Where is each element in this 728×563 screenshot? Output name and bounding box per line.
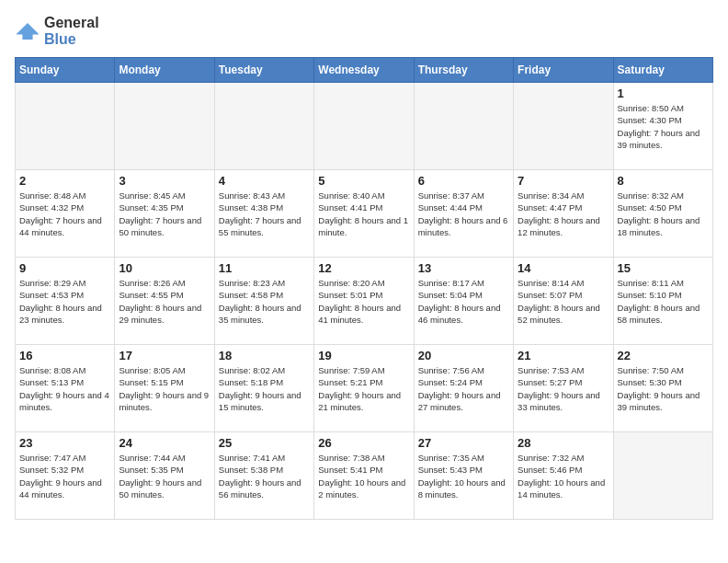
day-number: 17 xyxy=(119,349,210,362)
day-number: 21 xyxy=(518,349,609,362)
day-number: 23 xyxy=(19,436,110,450)
day-number: 5 xyxy=(318,174,409,188)
calendar-cell xyxy=(214,83,313,170)
header: General Blue xyxy=(15,15,713,48)
calendar-cell: 16Sunrise: 8:08 AM Sunset: 5:13 PM Dayli… xyxy=(16,345,115,432)
calendar-cell: 9Sunrise: 8:29 AM Sunset: 4:53 PM Daylig… xyxy=(16,258,115,345)
calendar-week-row: 9Sunrise: 8:29 AM Sunset: 4:53 PM Daylig… xyxy=(16,258,713,345)
calendar-cell: 25Sunrise: 7:41 AM Sunset: 5:38 PM Dayli… xyxy=(214,432,313,520)
calendar-cell: 15Sunrise: 8:11 AM Sunset: 5:10 PM Dayli… xyxy=(613,258,712,345)
calendar-cell: 7Sunrise: 8:34 AM Sunset: 4:47 PM Daylig… xyxy=(514,170,613,258)
day-number: 26 xyxy=(318,436,409,450)
calendar-cell: 23Sunrise: 7:47 AM Sunset: 5:32 PM Dayli… xyxy=(16,432,115,520)
calendar-cell xyxy=(314,83,414,170)
day-number: 14 xyxy=(518,261,609,275)
calendar-cell: 21Sunrise: 7:53 AM Sunset: 5:27 PM Dayli… xyxy=(514,345,613,432)
calendar-cell: 1Sunrise: 8:50 AM Sunset: 4:30 PM Daylig… xyxy=(613,83,712,170)
calendar-cell xyxy=(414,83,513,170)
day-number: 8 xyxy=(618,174,709,188)
weekday-header: Wednesday xyxy=(314,58,414,83)
day-number: 22 xyxy=(618,349,709,362)
calendar-cell xyxy=(613,432,712,520)
day-info: Sunrise: 8:43 AM Sunset: 4:38 PM Dayligh… xyxy=(219,190,310,238)
day-info: Sunrise: 7:41 AM Sunset: 5:38 PM Dayligh… xyxy=(219,452,310,500)
day-info: Sunrise: 7:38 AM Sunset: 5:41 PM Dayligh… xyxy=(318,452,409,500)
day-info: Sunrise: 8:05 AM Sunset: 5:15 PM Dayligh… xyxy=(119,364,210,413)
weekday-header: Sunday xyxy=(16,58,115,83)
calendar-cell: 4Sunrise: 8:43 AM Sunset: 4:38 PM Daylig… xyxy=(214,170,313,258)
day-number: 25 xyxy=(219,436,310,450)
day-number: 19 xyxy=(318,349,409,362)
calendar-cell xyxy=(514,83,613,170)
day-number: 7 xyxy=(518,174,609,188)
day-number: 20 xyxy=(418,349,509,362)
day-info: Sunrise: 7:53 AM Sunset: 5:27 PM Dayligh… xyxy=(518,364,609,413)
day-number: 9 xyxy=(19,261,110,275)
weekday-header: Thursday xyxy=(414,58,513,83)
day-info: Sunrise: 7:32 AM Sunset: 5:46 PM Dayligh… xyxy=(518,452,609,500)
day-info: Sunrise: 8:14 AM Sunset: 5:07 PM Dayligh… xyxy=(518,277,609,326)
calendar-cell: 13Sunrise: 8:17 AM Sunset: 5:04 PM Dayli… xyxy=(414,258,513,345)
calendar-cell: 24Sunrise: 7:44 AM Sunset: 5:35 PM Dayli… xyxy=(115,432,214,520)
calendar-cell: 20Sunrise: 7:56 AM Sunset: 5:24 PM Dayli… xyxy=(414,345,513,432)
day-info: Sunrise: 8:20 AM Sunset: 5:01 PM Dayligh… xyxy=(318,277,409,326)
day-info: Sunrise: 8:02 AM Sunset: 5:18 PM Dayligh… xyxy=(219,364,310,413)
weekday-header: Friday xyxy=(514,58,613,83)
day-info: Sunrise: 8:17 AM Sunset: 5:04 PM Dayligh… xyxy=(418,277,509,326)
day-info: Sunrise: 7:44 AM Sunset: 5:35 PM Dayligh… xyxy=(119,452,210,500)
day-info: Sunrise: 8:50 AM Sunset: 4:30 PM Dayligh… xyxy=(618,102,709,151)
weekday-header: Tuesday xyxy=(214,58,313,83)
calendar-cell: 11Sunrise: 8:23 AM Sunset: 4:58 PM Dayli… xyxy=(214,258,313,345)
day-info: Sunrise: 8:37 AM Sunset: 4:44 PM Dayligh… xyxy=(418,190,509,238)
day-number: 24 xyxy=(119,436,210,450)
day-number: 2 xyxy=(19,174,110,188)
day-number: 28 xyxy=(518,436,609,450)
calendar-cell: 28Sunrise: 7:32 AM Sunset: 5:46 PM Dayli… xyxy=(514,432,613,520)
calendar-cell: 26Sunrise: 7:38 AM Sunset: 5:41 PM Dayli… xyxy=(314,432,414,520)
calendar-week-row: 16Sunrise: 8:08 AM Sunset: 5:13 PM Dayli… xyxy=(16,345,713,432)
day-number: 27 xyxy=(418,436,509,450)
day-info: Sunrise: 8:11 AM Sunset: 5:10 PM Dayligh… xyxy=(618,277,709,326)
calendar-cell: 2Sunrise: 8:48 AM Sunset: 4:32 PM Daylig… xyxy=(16,170,115,258)
calendar-week-row: 1Sunrise: 8:50 AM Sunset: 4:30 PM Daylig… xyxy=(16,83,713,170)
day-number: 15 xyxy=(618,261,709,275)
calendar-week-row: 2Sunrise: 8:48 AM Sunset: 4:32 PM Daylig… xyxy=(16,170,713,258)
calendar-cell xyxy=(16,83,115,170)
logo: General Blue xyxy=(15,15,99,48)
day-number: 11 xyxy=(219,261,310,275)
calendar-cell xyxy=(115,83,214,170)
calendar-cell: 18Sunrise: 8:02 AM Sunset: 5:18 PM Dayli… xyxy=(214,345,313,432)
logo-blue: Blue xyxy=(44,31,76,47)
calendar-cell: 10Sunrise: 8:26 AM Sunset: 4:55 PM Dayli… xyxy=(115,258,214,345)
day-number: 13 xyxy=(418,261,509,275)
day-number: 10 xyxy=(119,261,210,275)
day-info: Sunrise: 8:34 AM Sunset: 4:47 PM Dayligh… xyxy=(518,190,609,238)
day-info: Sunrise: 8:45 AM Sunset: 4:35 PM Dayligh… xyxy=(119,190,210,238)
day-info: Sunrise: 7:50 AM Sunset: 5:30 PM Dayligh… xyxy=(618,364,709,413)
calendar-cell: 3Sunrise: 8:45 AM Sunset: 4:35 PM Daylig… xyxy=(115,170,214,258)
day-info: Sunrise: 7:35 AM Sunset: 5:43 PM Dayligh… xyxy=(418,452,509,500)
calendar-cell: 19Sunrise: 7:59 AM Sunset: 5:21 PM Dayli… xyxy=(314,345,414,432)
day-number: 4 xyxy=(219,174,310,188)
day-info: Sunrise: 8:29 AM Sunset: 4:53 PM Dayligh… xyxy=(19,277,110,326)
calendar-cell: 22Sunrise: 7:50 AM Sunset: 5:30 PM Dayli… xyxy=(613,345,712,432)
day-info: Sunrise: 8:32 AM Sunset: 4:50 PM Dayligh… xyxy=(618,190,709,238)
day-info: Sunrise: 8:48 AM Sunset: 4:32 PM Dayligh… xyxy=(19,190,110,238)
weekday-header: Monday xyxy=(115,58,214,83)
calendar-table: SundayMondayTuesdayWednesdayThursdayFrid… xyxy=(15,57,713,520)
day-number: 16 xyxy=(19,349,110,362)
calendar-cell: 12Sunrise: 8:20 AM Sunset: 5:01 PM Dayli… xyxy=(314,258,414,345)
day-number: 3 xyxy=(119,174,210,188)
calendar-header-row: SundayMondayTuesdayWednesdayThursdayFrid… xyxy=(16,58,713,83)
day-number: 6 xyxy=(418,174,509,188)
day-number: 1 xyxy=(618,86,709,100)
day-number: 12 xyxy=(318,261,409,275)
calendar-cell: 6Sunrise: 8:37 AM Sunset: 4:44 PM Daylig… xyxy=(414,170,513,258)
day-info: Sunrise: 7:56 AM Sunset: 5:24 PM Dayligh… xyxy=(418,364,509,413)
logo-icon xyxy=(15,21,40,41)
logo-general: General xyxy=(44,15,99,30)
day-info: Sunrise: 8:40 AM Sunset: 4:41 PM Dayligh… xyxy=(318,190,409,238)
weekday-header: Saturday xyxy=(613,58,712,83)
calendar-week-row: 23Sunrise: 7:47 AM Sunset: 5:32 PM Dayli… xyxy=(16,432,713,520)
calendar-cell: 17Sunrise: 8:05 AM Sunset: 5:15 PM Dayli… xyxy=(115,345,214,432)
